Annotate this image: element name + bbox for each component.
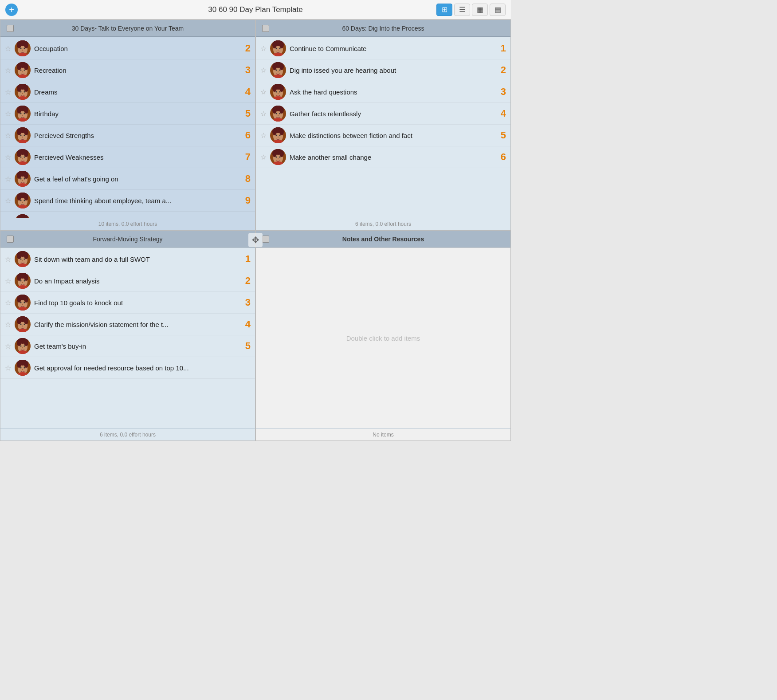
svg-point-97 <box>272 63 277 70</box>
avatar <box>15 40 31 56</box>
svg-point-143 <box>24 252 28 259</box>
svg-point-84 <box>279 48 281 49</box>
svg-point-67 <box>22 202 23 203</box>
star-icon[interactable]: ☆ <box>260 153 267 161</box>
svg-point-156 <box>24 302 25 303</box>
star-icon[interactable]: ☆ <box>260 88 267 96</box>
svg-point-161 <box>24 295 28 303</box>
svg-point-166 <box>22 326 23 326</box>
star-icon[interactable]: ☆ <box>5 44 11 53</box>
star-icon[interactable]: ☆ <box>5 342 11 350</box>
svg-point-31 <box>22 115 23 116</box>
svg-point-5 <box>16 53 29 56</box>
svg-point-92 <box>276 70 277 71</box>
list-item[interactable]: ☆ Birthday5 <box>0 103 255 125</box>
svg-point-29 <box>20 113 22 114</box>
list-item[interactable]: ☆ Sit down with team and do a full SWOT1 <box>0 248 255 270</box>
table-view-icon[interactable]: ▤ <box>490 4 506 16</box>
svg-point-7 <box>17 41 21 48</box>
star-icon[interactable]: ☆ <box>260 66 267 75</box>
star-icon[interactable]: ☆ <box>5 197 11 205</box>
star-icon[interactable]: ☆ <box>260 44 267 53</box>
star-icon[interactable]: ☆ <box>5 277 11 285</box>
star-icon[interactable]: ☆ <box>5 110 11 118</box>
quadrant-60-days-footer: 6 items, 0.0 effort hours <box>256 218 510 230</box>
list-item[interactable]: ☆ Occupation2 <box>0 38 255 59</box>
header-checkbox-tr[interactable] <box>262 25 269 32</box>
list-item[interactable]: ☆ Gather facts relentlessly4 <box>256 103 510 125</box>
star-icon[interactable]: ☆ <box>5 153 11 161</box>
list-item[interactable]: ☆ Make a small change around something t… <box>0 212 255 218</box>
svg-point-68 <box>16 205 29 208</box>
calendar-view-icon[interactable]: ▦ <box>472 4 488 16</box>
list-item[interactable]: ☆ Make another small change6 <box>256 146 510 168</box>
item-text: Recreation <box>34 67 235 74</box>
list-item[interactable]: ☆ Dig into issed you are hearing about2 <box>256 59 510 81</box>
quadrant-notes-header: Notes and Other Resources <box>256 231 510 248</box>
add-button[interactable]: + <box>5 4 18 16</box>
header-checkbox-bl[interactable] <box>7 236 14 243</box>
item-number: 5 <box>238 108 251 119</box>
star-icon[interactable]: ☆ <box>5 320 11 329</box>
list-item[interactable]: ☆ Do an Impact analysis2 <box>0 270 255 292</box>
item-text: Percieved Weaknesses <box>34 153 235 161</box>
list-item[interactable]: ☆ Get team's buy-in5 <box>0 335 255 357</box>
item-text: Find top 10 goals to knock out <box>34 299 235 307</box>
avatar <box>15 251 31 267</box>
list-item[interactable]: ☆ Spend time thinking about employee, te… <box>0 190 255 212</box>
list-item[interactable]: ☆ Dreams4 <box>0 81 255 103</box>
star-icon[interactable]: ☆ <box>5 175 11 183</box>
svg-point-17 <box>24 63 28 70</box>
svg-point-86 <box>272 53 284 56</box>
list-item[interactable]: ☆ Continue to Communicate1 <box>256 38 510 59</box>
grid-view-icon[interactable]: ⊞ <box>436 4 452 16</box>
svg-point-2 <box>20 48 22 49</box>
star-icon[interactable]: ☆ <box>5 299 11 307</box>
item-number: 6 <box>238 130 251 141</box>
list-item[interactable]: ☆ Recreation3 <box>0 59 255 81</box>
svg-point-146 <box>20 280 22 282</box>
main-content: 30 Days- Talk to Everyone on Your Team ☆… <box>0 20 511 460</box>
list-item[interactable]: ☆ Make distinctions between fiction and … <box>256 125 510 146</box>
quadrant-30-days: 30 Days- Talk to Everyone on Your Team ☆… <box>0 20 255 230</box>
svg-point-56 <box>20 178 22 180</box>
avatar <box>270 40 286 56</box>
star-icon[interactable]: ☆ <box>5 364 11 372</box>
list-item[interactable]: ☆ Ask the hard questions3 <box>256 81 510 103</box>
star-icon[interactable]: ☆ <box>5 66 11 75</box>
list-item[interactable]: ☆ Percieved Strengths6 <box>0 125 255 146</box>
star-icon[interactable]: ☆ <box>5 88 11 96</box>
star-icon[interactable]: ☆ <box>5 255 11 263</box>
list-item[interactable]: ☆ Get a feel of what's going on8 <box>0 168 255 190</box>
item-text: Ask the hard questions <box>290 88 490 96</box>
list-item[interactable]: ☆ Clarify the mission/vision statement f… <box>0 314 255 335</box>
list-item[interactable]: ☆ Find top 10 goals to knock out3 <box>0 292 255 314</box>
quadrant-notes-content[interactable]: Double click to add items <box>256 248 510 429</box>
svg-point-93 <box>279 70 281 71</box>
svg-point-85 <box>278 50 279 51</box>
header-checkbox-br[interactable] <box>262 236 269 243</box>
svg-point-134 <box>279 150 284 157</box>
svg-point-121 <box>278 137 279 138</box>
drag-handle[interactable]: ✥ <box>248 233 263 247</box>
list-view-icon[interactable]: ☰ <box>454 4 470 16</box>
item-number: 7 <box>238 151 251 163</box>
avatar <box>15 214 31 218</box>
svg-point-104 <box>272 96 284 100</box>
star-icon[interactable]: ☆ <box>5 131 11 140</box>
header-checkbox-tl[interactable] <box>7 25 14 32</box>
item-text: Clarify the mission/vision statement for… <box>34 321 235 328</box>
item-number: 8 <box>238 173 251 185</box>
list-item[interactable]: ☆ Percieved Weaknesses7 <box>0 146 255 168</box>
star-icon[interactable]: ☆ <box>260 110 267 118</box>
item-number: 3 <box>238 297 251 308</box>
svg-point-53 <box>24 150 28 157</box>
list-item[interactable]: ☆ Get approval for needed resource based… <box>0 357 255 379</box>
star-icon[interactable]: ☆ <box>260 131 267 140</box>
svg-point-120 <box>279 135 281 136</box>
svg-point-52 <box>17 150 21 157</box>
svg-point-160 <box>17 295 21 303</box>
svg-point-3 <box>24 48 25 49</box>
svg-point-103 <box>278 93 279 94</box>
svg-point-152 <box>24 274 28 281</box>
